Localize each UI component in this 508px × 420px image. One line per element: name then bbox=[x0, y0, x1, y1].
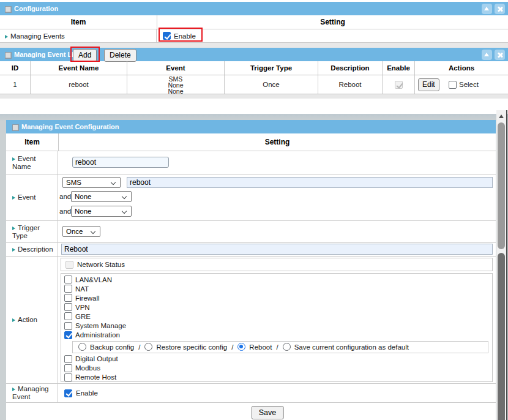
gre-checkbox[interactable] bbox=[64, 312, 72, 320]
administration-label: Administration bbox=[75, 331, 120, 339]
save-default-label: Save current configuration as default bbox=[294, 343, 409, 351]
event-type-select[interactable]: SMS bbox=[62, 177, 121, 188]
event-label: Event bbox=[18, 193, 35, 201]
event-name-row: Event Name bbox=[6, 151, 496, 174]
vpn-checkbox[interactable] bbox=[64, 303, 72, 311]
panel-table-header: Item Setting bbox=[6, 133, 496, 151]
event-name-label: Event Name bbox=[12, 155, 35, 170]
restore-specific-config-radio[interactable] bbox=[144, 343, 152, 351]
digital-output-label: Digital Output bbox=[75, 355, 118, 362]
managing-event-label: Managing Event bbox=[12, 385, 49, 400]
scroll-up-icon[interactable] bbox=[499, 114, 504, 118]
highlight-enable bbox=[159, 28, 203, 42]
row-select-checkbox[interactable] bbox=[449, 81, 457, 89]
remote-host-label: Remote Host bbox=[75, 373, 116, 381]
select-label: Select bbox=[459, 75, 479, 94]
column-actions: Actions bbox=[415, 61, 508, 75]
column-event-name: Event Name bbox=[31, 61, 127, 75]
collapse-button[interactable] bbox=[482, 4, 492, 14]
cell-trigger-type: Once bbox=[225, 75, 318, 94]
column-item: Item bbox=[6, 133, 59, 151]
item-arrow-icon bbox=[12, 227, 15, 230]
lan-vlan-checkbox[interactable] bbox=[64, 276, 72, 283]
action-label: Action bbox=[18, 316, 37, 323]
event-value-input[interactable] bbox=[127, 177, 493, 188]
save-button[interactable]: Save bbox=[252, 406, 284, 419]
separator: / bbox=[276, 343, 278, 351]
column-enable: Enable bbox=[383, 61, 415, 75]
system-manage-checkbox[interactable] bbox=[64, 322, 72, 330]
event-list-section-header: Managing Event List Add Delete bbox=[0, 48, 508, 61]
firewall-checkbox[interactable] bbox=[64, 294, 72, 302]
collapse-button[interactable] bbox=[482, 50, 492, 60]
restore-specific-config-label: Restore specific config bbox=[156, 343, 227, 351]
event-configuration-panel: Managing Event Configuration Item Settin… bbox=[6, 120, 496, 420]
action-row: Action Network Status LAN&VLAN NAT Firew… bbox=[6, 257, 496, 384]
and-label: and bbox=[59, 193, 71, 200]
separator: / bbox=[231, 343, 233, 351]
section-gap bbox=[0, 94, 508, 99]
system-manage-label: System Manage bbox=[75, 322, 126, 329]
cell-description: Reboot bbox=[318, 75, 383, 94]
highlight-add bbox=[70, 47, 100, 62]
backup-config-label: Backup config bbox=[90, 343, 134, 351]
event-row: Event SMS and None and None bbox=[6, 174, 496, 221]
configuration-section-header: Configuration bbox=[0, 2, 508, 15]
window-edge bbox=[506, 110, 507, 420]
section-title: Managing Event List bbox=[14, 48, 80, 61]
row-enable-checkbox bbox=[395, 81, 403, 89]
save-default-radio[interactable] bbox=[283, 343, 291, 351]
column-trigger-type: Trigger Type bbox=[225, 61, 318, 75]
edit-button[interactable]: Edit bbox=[418, 78, 439, 91]
administration-options-box: Backup config/ Restore specific config/ … bbox=[72, 341, 488, 353]
remote-host-checkbox[interactable] bbox=[64, 373, 72, 381]
column-setting: Setting bbox=[59, 133, 496, 151]
event-and2-select[interactable]: None bbox=[71, 206, 132, 217]
item-arrow-icon bbox=[12, 157, 15, 161]
column-event: Event bbox=[127, 61, 225, 75]
trigger-type-label: Trigger Type bbox=[12, 224, 40, 239]
separator: / bbox=[138, 343, 140, 351]
and-label: and bbox=[59, 208, 71, 215]
network-status-box: Network Status bbox=[61, 258, 493, 271]
scrollbar-thumb[interactable] bbox=[498, 122, 505, 249]
nat-label: NAT bbox=[75, 285, 89, 293]
reboot-radio[interactable] bbox=[237, 343, 245, 351]
cell-id: 1 bbox=[0, 75, 31, 94]
close-button[interactable] bbox=[495, 50, 505, 60]
section-icon bbox=[12, 124, 19, 131]
network-status-checkbox bbox=[65, 261, 73, 269]
lan-vlan-label: LAN&VLAN bbox=[75, 276, 112, 283]
managing-event-row: Managing Event Enable bbox=[6, 384, 496, 403]
digital-output-checkbox[interactable] bbox=[64, 355, 72, 363]
cell-actions: Edit Select bbox=[415, 75, 508, 94]
event-name-input[interactable] bbox=[72, 157, 169, 168]
backup-config-radio[interactable] bbox=[78, 343, 86, 351]
save-row: Save bbox=[6, 403, 496, 420]
column-id: ID bbox=[0, 61, 31, 75]
administration-checkbox[interactable] bbox=[64, 331, 72, 339]
close-button[interactable] bbox=[495, 4, 505, 14]
section-icon bbox=[5, 6, 12, 13]
event-list-row: 1 reboot SMSNoneNone Once Reboot Edit Se… bbox=[0, 75, 508, 94]
modbus-checkbox[interactable] bbox=[64, 364, 72, 372]
column-description: Description bbox=[318, 61, 383, 75]
section-icon bbox=[5, 52, 12, 59]
scrollbar-thumb-lower[interactable] bbox=[498, 253, 505, 420]
delete-button[interactable]: Delete bbox=[104, 49, 136, 62]
modal-overlay: Managing Event Configuration Item Settin… bbox=[0, 114, 508, 420]
nat-checkbox[interactable] bbox=[64, 285, 72, 293]
item-arrow-icon bbox=[12, 248, 15, 252]
panel-title: Managing Event Configuration bbox=[21, 120, 119, 133]
enable-label: Enable bbox=[76, 389, 98, 397]
event-and1-select[interactable]: None bbox=[71, 191, 132, 202]
column-item: Item bbox=[0, 15, 157, 29]
description-input[interactable] bbox=[61, 244, 493, 255]
reboot-label: Reboot bbox=[249, 343, 272, 351]
trigger-type-select[interactable]: Once bbox=[62, 226, 100, 237]
column-setting: Setting bbox=[157, 15, 508, 29]
item-arrow-icon bbox=[12, 318, 15, 322]
trigger-type-row: Trigger Type Once bbox=[6, 221, 496, 243]
description-label: Description bbox=[18, 246, 53, 253]
managing-event-enable-checkbox[interactable] bbox=[64, 389, 72, 397]
